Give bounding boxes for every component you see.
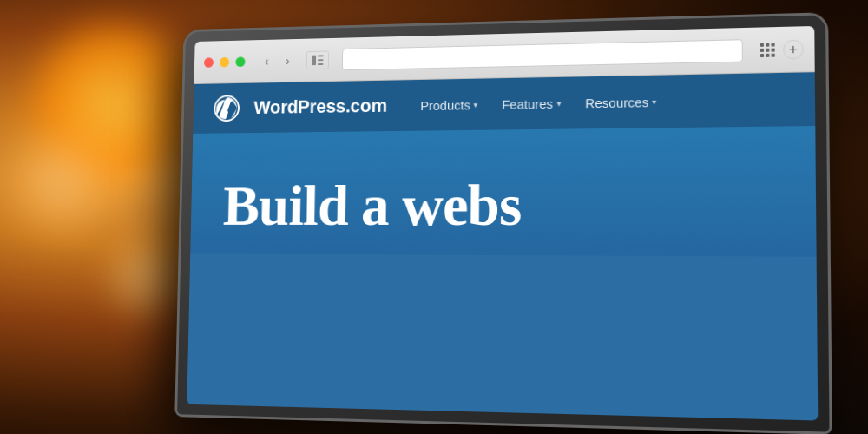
website-content: WordPress.com Products ▾ Features ▾ Reso…: [187, 72, 818, 420]
site-name-text: WordPress.com: [253, 95, 387, 118]
grid-dot: [766, 43, 769, 46]
nav-products-label: Products: [420, 97, 470, 113]
browser-actions: +: [758, 39, 804, 60]
nav-features[interactable]: Features ▾: [495, 95, 568, 111]
hero-title: Build a webs: [222, 171, 779, 238]
nav-resources-label: Resources: [585, 95, 648, 110]
browser-navigation: ‹ ›: [258, 51, 297, 70]
sidebar-toggle-button[interactable]: [306, 50, 330, 69]
bokeh-circle-2: [9, 130, 113, 234]
bokeh-circle-3: [113, 243, 182, 312]
maximize-button[interactable]: [235, 56, 245, 67]
wordpress-logo: [212, 93, 241, 123]
new-tab-button[interactable]: +: [783, 39, 804, 59]
grid-dot: [772, 53, 775, 56]
address-bar[interactable]: [342, 39, 743, 70]
grid-dot: [760, 43, 764, 46]
nav-features-label: Features: [502, 95, 553, 111]
grid-dot: [771, 43, 774, 46]
forward-button[interactable]: ›: [279, 51, 297, 69]
screen-bezel: ‹ ›: [187, 26, 818, 421]
site-hero: Build a webs: [190, 126, 816, 256]
scene: ‹ ›: [0, 0, 868, 434]
svg-rect-1: [318, 55, 324, 56]
grid-dot: [766, 53, 769, 56]
extensions-icon[interactable]: [758, 40, 778, 60]
back-button[interactable]: ‹: [258, 51, 276, 69]
close-button[interactable]: [204, 57, 214, 68]
resources-chevron-icon: ▾: [652, 96, 656, 106]
nav-resources[interactable]: Resources ▾: [578, 94, 664, 110]
svg-rect-3: [318, 63, 324, 65]
products-chevron-icon: ▾: [474, 100, 478, 109]
grid-dot: [760, 53, 764, 56]
laptop: ‹ ›: [177, 15, 829, 431]
svg-rect-2: [318, 59, 324, 61]
svg-rect-0: [312, 55, 316, 65]
grid-dot: [766, 48, 769, 51]
grid-dot: [760, 48, 764, 51]
features-chevron-icon: ▾: [556, 98, 561, 108]
minimize-button[interactable]: [220, 56, 229, 67]
grid-dot: [771, 48, 774, 51]
nav-products[interactable]: Products ▾: [413, 97, 484, 113]
